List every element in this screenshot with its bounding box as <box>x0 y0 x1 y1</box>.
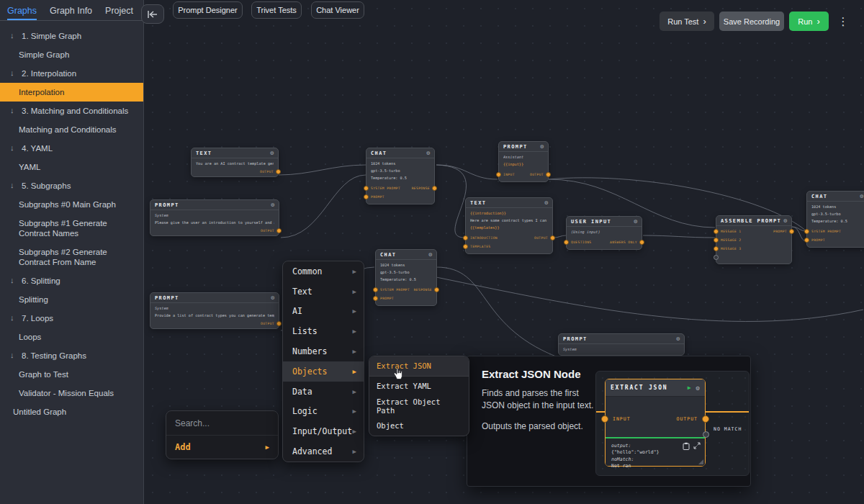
input-port[interactable]: SYSTEM PROMPT <box>364 186 400 191</box>
sidebar-item[interactable]: Loops <box>0 328 143 346</box>
sidebar-item[interactable]: Validator - Mission Equals <box>0 384 143 402</box>
gear-icon[interactable]: ⚙ <box>271 295 274 301</box>
port-dot[interactable] <box>714 246 719 251</box>
run-test-button[interactable]: Run Test › <box>660 12 714 31</box>
sidebar-item[interactable]: ↓7. Loops <box>0 309 143 328</box>
port-dot[interactable] <box>432 186 437 191</box>
tab-trivet-tests[interactable]: Trivet Tests <box>251 1 302 19</box>
input-port[interactable]: MESSAGE 3 <box>714 246 742 251</box>
sidebar-item[interactable]: Simple Graph <box>0 45 143 64</box>
output-port[interactable]: RESPONSE <box>414 287 439 292</box>
sidebar-item[interactable]: Subgraphs #1 Generate Contract Names <box>0 214 143 243</box>
menu-item-ai[interactable]: AI▶ <box>283 302 364 322</box>
node-prompt-introduction[interactable]: PROMPT⚙SystemPlease give the user an int… <box>150 199 279 236</box>
sidebar-item[interactable]: ↓3. Matching and Conditionals <box>0 102 143 120</box>
port-dot[interactable] <box>276 228 282 233</box>
gear-icon[interactable]: ⚙ <box>783 218 787 224</box>
tab-project[interactable]: Project <box>105 6 133 20</box>
input-port[interactable]: INPUT <box>496 172 515 177</box>
sidebar-item[interactable]: Subgraphs #2 Generate Contract From Name <box>0 243 143 271</box>
input-port[interactable]: QUESTIONS <box>564 240 592 245</box>
port-dot[interactable] <box>714 238 719 243</box>
menu-item-advanced[interactable]: Advanced▶ <box>283 441 364 462</box>
menu-item-add[interactable]: Add ▶ <box>166 436 278 459</box>
port-dot[interactable] <box>496 172 501 177</box>
input-port[interactable]: PROMPT <box>373 296 394 301</box>
tab-chat-viewer[interactable]: Chat Viewer <box>311 1 364 19</box>
output-port[interactable]: OUTPUT <box>530 172 551 177</box>
gear-icon[interactable]: ⚙ <box>676 336 680 342</box>
port-dot[interactable] <box>804 229 809 234</box>
port-dot[interactable] <box>550 235 555 240</box>
menu-item-extract-json[interactable]: Extract JSON <box>369 356 469 377</box>
collapse-sidebar-button[interactable] <box>141 4 164 24</box>
node-chat-mid[interactable]: CHAT⚙1024 tokensgpt-3.5-turboTemperature… <box>375 249 437 306</box>
node-prompt-assistant[interactable]: PROMPT⚙Assistant{{input}}INPUTOUTPUT <box>498 141 549 182</box>
collapse-arrow-icon[interactable]: ↓ <box>10 105 14 115</box>
input-port[interactable]: TEMPLATES <box>463 244 491 249</box>
resize-handle[interactable] <box>698 459 703 464</box>
sidebar-item[interactable]: ↓5. Subgraphs <box>0 176 143 195</box>
gear-icon[interactable]: ⚙ <box>544 200 548 206</box>
input-port[interactable] <box>714 255 719 260</box>
node-chat-main[interactable]: CHAT⚙1024 tokensgpt-3.5-turboTemperature… <box>366 148 435 204</box>
sidebar-item[interactable]: Interpolation <box>0 83 143 102</box>
port-dot[interactable] <box>564 240 569 245</box>
node-chat-right[interactable]: CHAT⚙1024 tokensgpt-3.5-turboTemperature… <box>806 191 864 248</box>
sidebar-item[interactable]: ↓6. Splitting <box>0 271 143 290</box>
collapse-arrow-icon[interactable]: ↓ <box>10 275 14 285</box>
port-dot[interactable] <box>373 287 378 292</box>
port-dot[interactable] <box>463 235 468 240</box>
gear-icon[interactable]: ⚙ <box>860 194 863 199</box>
input-port-dot[interactable] <box>601 415 608 423</box>
menu-item-lists[interactable]: Lists▶ <box>283 321 364 341</box>
port-dot[interactable] <box>434 287 439 292</box>
input-port[interactable]: SYSTEM PROMPT <box>373 287 410 292</box>
gear-icon[interactable]: ⚙ <box>428 252 432 258</box>
node-prompt-list[interactable]: PROMPT⚙SystemProvide a list of contract … <box>150 292 279 329</box>
port-dot[interactable] <box>364 194 369 199</box>
expand-icon[interactable] <box>693 442 701 449</box>
port-dot[interactable] <box>463 244 468 249</box>
sidebar-item[interactable]: Matching and Conditionals <box>0 120 143 139</box>
gear-icon[interactable]: ⚙ <box>540 144 544 150</box>
menu-item-objects[interactable]: Objects▶ <box>283 361 364 382</box>
menu-item-common[interactable]: Common▶ <box>283 261 364 282</box>
input-port[interactable]: MESSAGE 2 <box>714 238 742 243</box>
output-port-dot[interactable] <box>702 415 709 423</box>
sidebar-item[interactable]: Untitled Graph <box>0 402 143 421</box>
port-dot[interactable] <box>546 172 551 177</box>
output-port[interactable]: OUTPUT <box>192 169 281 176</box>
port-dot[interactable] <box>789 229 794 234</box>
menu-item-logic[interactable]: Logic▶ <box>283 402 364 422</box>
port-dot[interactable] <box>364 186 369 191</box>
collapse-arrow-icon[interactable]: ↓ <box>10 143 14 153</box>
output-port[interactable]: PROMPT <box>773 229 794 234</box>
gear-icon[interactable]: ⚙ <box>634 219 637 225</box>
port-dot[interactable] <box>714 229 719 234</box>
tab-graph-info[interactable]: Graph Info <box>50 6 92 20</box>
sidebar-item[interactable]: Subgraphs #0 Main Graph <box>0 195 143 214</box>
collapse-arrow-icon[interactable]: ↓ <box>10 180 14 190</box>
menu-item-numbers[interactable]: Numbers▶ <box>283 341 364 361</box>
sidebar-item[interactable]: Graph to Test <box>0 365 143 384</box>
save-recording-button[interactable]: Save Recording <box>719 12 784 31</box>
node-user-input[interactable]: USER INPUT⚙(Using input)QUESTIONSANSWERS… <box>566 216 642 250</box>
sidebar-item[interactable]: Splitting <box>0 290 143 309</box>
input-port[interactable]: MESSAGE 1 <box>714 229 742 234</box>
menu-item-data[interactable]: Data▶ <box>283 382 364 402</box>
collapse-arrow-icon[interactable]: ↓ <box>10 68 14 78</box>
node-prompt-covered[interactable]: PROMPT⚙System <box>558 333 685 356</box>
sidebar-item[interactable]: YAML <box>0 158 143 176</box>
menu-item-input-output[interactable]: Input/Output▶ <box>283 421 364 441</box>
play-icon[interactable]: ▶ <box>688 384 691 391</box>
menu-item-extract-yaml[interactable]: Extract YAML <box>369 377 469 397</box>
output-port[interactable]: RESPONSE <box>412 186 437 191</box>
tab-graphs[interactable]: Graphs <box>7 6 37 20</box>
node-assemble-prompt[interactable]: ASSEMBLE PROMPT⚙MESSAGE 1PROMPTMESSAGE 2… <box>716 215 792 264</box>
output-port[interactable]: OUTPUT <box>534 235 555 240</box>
run-button[interactable]: Run › <box>789 12 829 31</box>
sidebar-item[interactable]: ↓1. Simple Graph <box>0 27 143 45</box>
sidebar-item[interactable]: ↓8. Testing Graphs <box>0 346 143 365</box>
node-text-system[interactable]: TEXT⚙You are an AI contract template gen… <box>191 148 279 177</box>
